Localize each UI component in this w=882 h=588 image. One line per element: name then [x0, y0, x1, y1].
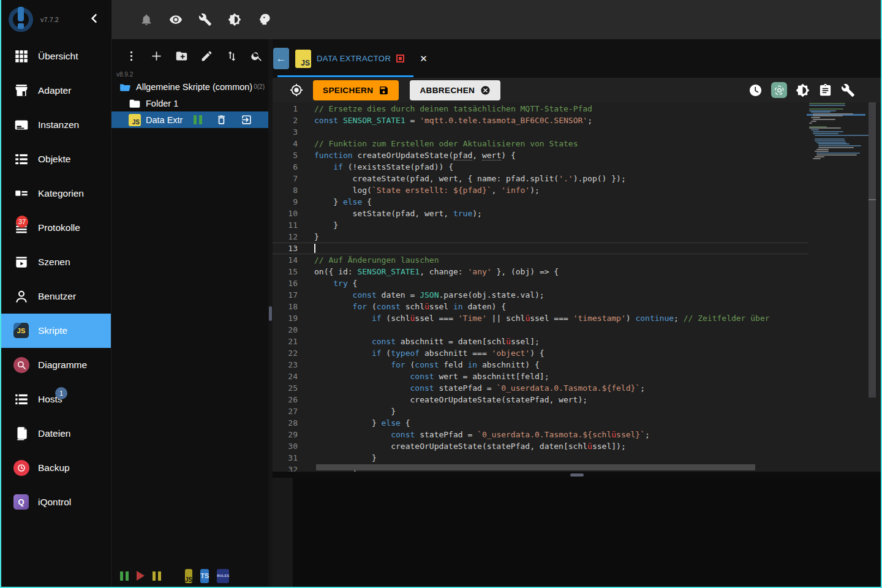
code-editor[interactable]: 1// Ersetze dies durch deinen tatsächlic… [273, 102, 881, 472]
delete-icon[interactable] [216, 114, 227, 126]
user-head-icon[interactable] [257, 13, 271, 26]
js-filter-badge[interactable]: JS [185, 569, 192, 583]
topbar: v7.7.2 [1, 0, 881, 39]
code-line-31[interactable]: 31} [273, 452, 809, 464]
sidebar-item-protokolle[interactable]: Protokolle37 [1, 211, 111, 245]
code-line-28[interactable]: 28} else { [273, 417, 809, 429]
minimap[interactable] [809, 103, 865, 160]
code-line-3[interactable]: 3 [273, 126, 809, 138]
search-icon[interactable] [251, 50, 263, 62]
close-tab-icon[interactable]: ✕ [420, 53, 428, 64]
rules-filter-badge[interactable]: RULES [217, 569, 229, 583]
sidebar-item-dateien[interactable]: Dateien [1, 417, 111, 451]
code-line-9[interactable]: 9} else { [273, 196, 809, 208]
horizontal-scrollbar[interactable] [316, 464, 755, 470]
code-line-25[interactable]: 25const statePfad = `0_userdata.0.Tasmot… [273, 382, 809, 394]
wrench-icon[interactable] [198, 13, 212, 26]
tree-row-folder-1[interactable]: Folder 1 [111, 95, 268, 111]
more-menu-icon[interactable] [125, 50, 138, 62]
code-line-26[interactable]: 26createOrUpdateState(statePfad, wert); [273, 394, 809, 405]
code-line-16[interactable]: 16try { [273, 277, 809, 289]
code-line-4[interactable]: 4// Funktion zum Erstellen oder Aktualis… [273, 138, 809, 149]
collapse-sidebar-icon[interactable] [88, 12, 100, 26]
tab-data-extractor[interactable]: JS DATA EXTRACTOR ✕ [295, 50, 428, 68]
locate-icon[interactable] [290, 83, 303, 97]
filter-running-icon[interactable] [137, 571, 145, 581]
code-line-2[interactable]: 2const SENSOR_STATE1 = 'mqtt.0.tele.tasm… [273, 115, 809, 126]
code-line-12[interactable]: 12} [273, 231, 809, 243]
add-folder-icon[interactable] [175, 50, 188, 62]
editor-theme-icon[interactable] [796, 83, 810, 97]
code-line-18[interactable]: 18for (const schlüssel in daten) { [273, 301, 809, 312]
tree-row-data-extr[interactable]: JSData Extr [111, 111, 268, 128]
tree-row-label: Folder 1 [146, 99, 178, 108]
pause-icon[interactable] [194, 115, 202, 124]
sidebar-item-szenen[interactable]: Szenen [1, 245, 111, 279]
code-lines[interactable]: 1// Ersetze dies durch deinen tatsächlic… [273, 103, 809, 472]
visibility-icon[interactable] [169, 13, 183, 26]
code-line-21[interactable]: 21const abschnitt = daten[schlüssel]; [273, 336, 809, 347]
sidebar-item-label: Kategorien [38, 188, 84, 199]
filter-problem-icon[interactable] [153, 571, 161, 581]
sidebar-item-benutzer[interactable]: Benutzer [1, 279, 111, 314]
code-line-24[interactable]: 24const wert = abschnitt[feld]; [273, 371, 809, 382]
move-to-folder-icon[interactable] [241, 114, 252, 126]
edit-icon[interactable] [200, 50, 213, 62]
code-line-5[interactable]: 5function createOrUpdateState(pfad, wert… [273, 149, 809, 161]
code-line-14[interactable]: 14// Auf Änderungen lauschen [273, 254, 809, 266]
code-line-11[interactable]: 11} [273, 219, 809, 231]
sidebar-item-iqontrol[interactable]: QiQontrol [1, 485, 111, 519]
sort-icon[interactable] [225, 50, 238, 62]
code-line-1[interactable]: 1// Ersetze dies durch deinen tatsächlic… [273, 103, 809, 115]
code-line-15[interactable]: 15on({ id: SENSOR_STATE1, change: 'any' … [273, 266, 809, 277]
code-line-20[interactable]: 20 [273, 324, 809, 336]
code-line-13[interactable]: 13 [273, 243, 809, 254]
code-line-19[interactable]: 19if (schlüssel === 'Time' || schlüssel … [273, 312, 809, 324]
code-line-10[interactable]: 10setState(pfad, wert, true); [273, 208, 809, 219]
code-line-6[interactable]: 6if (!existsState(pfad)) { [273, 161, 809, 173]
chatgpt-icon[interactable] [771, 82, 787, 98]
settings-wrench-icon[interactable] [841, 83, 855, 97]
editor-toolbar: SPEICHERN ABBRECHEN [273, 78, 881, 102]
code-line-22[interactable]: 22if (typeof abschnitt === 'object') { [273, 347, 809, 359]
code-line-17[interactable]: 17const daten = JSON.parse(obj.state.val… [273, 289, 809, 301]
code-line-23[interactable]: 23for (const feld in abschnitt) { [273, 359, 809, 371]
sidebar-item-label: Übersicht [38, 51, 78, 62]
clipboard-icon[interactable] [818, 83, 832, 97]
sidebar-item-hosts[interactable]: Hosts1 [1, 382, 111, 417]
code-line-7[interactable]: 7createState(pfad, wert, { name: pfad.sp… [273, 173, 809, 184]
log-output [293, 478, 881, 587]
save-button[interactable]: SPEICHERN [313, 80, 399, 100]
sidebar-item-kategorien[interactable]: Kategorien [1, 176, 111, 211]
back-arrow-button[interactable]: ← [273, 48, 289, 69]
divider-handle[interactable] [269, 306, 272, 321]
active-tab-indicator [277, 75, 413, 77]
history-clock-icon[interactable] [748, 83, 763, 97]
log-divider-handle[interactable] [570, 473, 584, 477]
sidebar-item-objekte[interactable]: Objekte [1, 142, 111, 176]
notifications-icon[interactable] [140, 13, 153, 26]
sidebar-item-label: Skripte [38, 325, 67, 336]
code-line-30[interactable]: 30createOrUpdateState(statePfad, daten[s… [273, 440, 809, 452]
code-line-29[interactable]: 29const statePfad = `0_userdata.0.Tasmot… [273, 429, 809, 440]
sidebar-item-uebersicht[interactable]: Übersicht [1, 39, 111, 74]
sidebar-item-adapter[interactable]: Adapter [1, 74, 111, 108]
panel-resize-divider[interactable] [268, 39, 273, 587]
iobroker-logo-icon [9, 7, 33, 32]
cancel-button[interactable]: ABBRECHEN [410, 80, 500, 100]
code-line-8[interactable]: 8log(`State erstellt: ${pfad}`, 'info'); [273, 184, 809, 196]
theme-toggle-icon[interactable] [228, 13, 241, 26]
sidebar-nav: ÜbersichtAdapterInstanzenObjekteKategori… [1, 39, 111, 587]
sidebar-item-instanzen[interactable]: Instanzen [1, 108, 111, 142]
code-line-27[interactable]: 27} [273, 405, 809, 417]
sidebar-item-diagramme[interactable]: Diagramme [1, 348, 111, 382]
add-script-icon[interactable] [150, 50, 163, 62]
vertical-scrollbar[interactable] [869, 102, 876, 398]
sidebar-item-skripte[interactable]: JSSkripte [1, 314, 111, 348]
text-cursor [314, 244, 315, 253]
tree-row-allgemeine-skripte-common-[interactable]: Allgemeine Skripte (common)0(2) [111, 78, 268, 95]
sidebar-item-backup[interactable]: Backup [1, 451, 111, 485]
filter-paused-icon[interactable] [120, 571, 129, 581]
ts-filter-badge[interactable]: TS [200, 569, 209, 583]
log-resize-divider[interactable] [273, 472, 881, 478]
